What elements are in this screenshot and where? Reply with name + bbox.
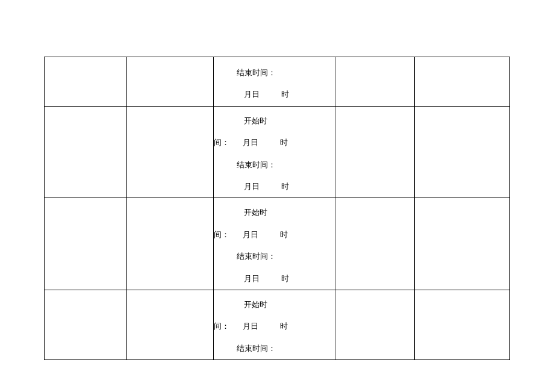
cell-empty [45,198,127,290]
table-row: 开始时 间：月日时 结束时间： [45,290,510,359]
cell-time: 开始时 间：月日时 结束时间： [214,290,335,359]
month-day-label: 月日 [243,322,258,331]
cell-empty [335,106,414,198]
cell-time: 结束时间： 月日时 [214,57,335,107]
cell-empty [414,290,509,359]
schedule-table: 结束时间： 月日时 开始时 间：月日时 结束时间： 月日时 [44,57,510,360]
cell-empty [414,106,509,198]
cell-empty [414,57,509,107]
cell-time: 开始时 间：月日时 结束时间： 月日时 [214,106,335,198]
table-row: 开始时 间：月日时 结束时间： 月日时 [45,198,510,290]
hour-label: 时 [281,274,289,283]
cell-empty [335,290,414,359]
cell-empty [127,57,214,107]
cell-empty [127,106,214,198]
start-time-label: 开始时 [244,300,267,309]
cell-empty [45,106,127,198]
end-time-label: 结束时间： [237,68,276,77]
table-row: 开始时 间：月日时 结束时间： 月日时 [45,106,510,198]
month-day-label: 月日 [244,182,260,191]
start-suffix-label: 间： [214,138,229,147]
cell-empty [335,198,414,290]
start-time-label: 开始时 [244,208,267,217]
hour-label: 时 [281,182,289,191]
start-time-label: 开始时 [244,116,267,125]
month-day-label: 月日 [244,274,260,283]
hour-label: 时 [280,230,288,239]
hour-label: 时 [280,322,288,331]
cell-empty [45,290,127,359]
hour-label: 时 [280,138,288,147]
time-schedule-table: 结束时间： 月日时 开始时 间：月日时 结束时间： 月日时 [44,57,510,360]
month-day-label: 月日 [244,90,260,99]
cell-time: 开始时 间：月日时 结束时间： 月日时 [214,198,335,290]
cell-empty [127,198,214,290]
month-day-label: 月日 [243,230,258,239]
start-suffix-label: 间： [214,322,229,331]
month-day-label: 月日 [243,138,258,147]
table-row: 结束时间： 月日时 [45,57,510,107]
cell-empty [127,290,214,359]
cell-empty [335,57,414,107]
cell-empty [45,57,127,107]
hour-label: 时 [281,90,289,99]
cell-empty [414,198,509,290]
end-time-label: 结束时间： [237,160,276,169]
end-time-label: 结束时间： [237,344,276,353]
start-suffix-label: 间： [214,230,229,239]
end-time-label: 结束时间： [237,252,276,261]
